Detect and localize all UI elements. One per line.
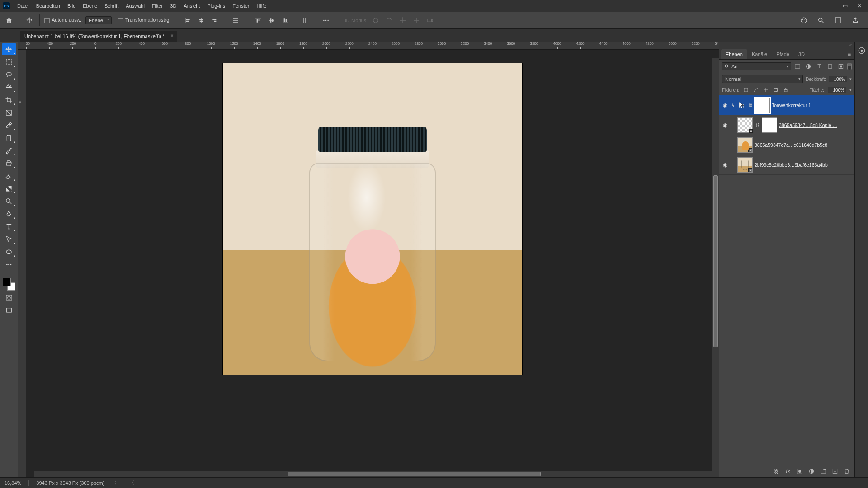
menu-plugins[interactable]: Plug-ins xyxy=(203,1,229,10)
align-right-icon[interactable] xyxy=(209,15,220,26)
path-select-tool[interactable] xyxy=(2,233,16,245)
visibility-toggle[interactable]: ◉ xyxy=(721,102,729,108)
layer-name[interactable]: 3865a59347e7a…c611646d7b5c8 xyxy=(755,142,853,148)
collapse-panels-icon[interactable]: » xyxy=(849,42,852,47)
frame-tool[interactable] xyxy=(2,107,16,118)
menu-datei[interactable]: Datei xyxy=(14,1,33,10)
pen-tool[interactable] xyxy=(2,208,16,220)
menu-bearbeiten[interactable]: Bearbeiten xyxy=(33,1,64,10)
menu-schrift[interactable]: Schrift xyxy=(101,1,122,10)
chevron-right-icon[interactable]: 〉 xyxy=(114,479,119,486)
menu-bild[interactable]: Bild xyxy=(64,1,79,10)
menu-3d[interactable]: 3D xyxy=(166,1,180,10)
new-layer-icon[interactable] xyxy=(832,468,838,474)
menu-auswahl[interactable]: Auswahl xyxy=(122,1,148,10)
layer-thumb[interactable]: ▣ xyxy=(737,137,753,153)
clone-stamp-tool[interactable] xyxy=(2,157,16,169)
dodge-tool[interactable] xyxy=(2,195,16,207)
arrange-docs-icon[interactable] xyxy=(833,15,844,26)
menu-ebene[interactable]: Ebene xyxy=(79,1,101,10)
align-bottom-icon[interactable] xyxy=(280,15,291,26)
shape-tool[interactable] xyxy=(2,246,16,258)
move-tool-icon[interactable] xyxy=(24,15,35,26)
tab-pfade[interactable]: Pfade xyxy=(772,49,794,59)
auto-select-checkbox[interactable]: Autom. ausw.: xyxy=(44,17,83,23)
layer-name[interactable]: Tonwertkorrektur 1 xyxy=(772,103,853,108)
quick-mask-icon[interactable] xyxy=(2,292,16,303)
opacity-field[interactable]: 100% xyxy=(829,76,847,82)
fill-field[interactable]: 100% xyxy=(828,87,846,93)
layer-name[interactable]: 3865a59347…5c8 Kopie … xyxy=(779,122,853,128)
zoom-level[interactable]: 16,84% xyxy=(5,480,21,486)
search-icon[interactable] xyxy=(816,15,826,26)
healing-brush-tool[interactable] xyxy=(2,132,16,144)
menu-ansicht[interactable]: Ansicht xyxy=(180,1,203,10)
chevron-down-icon[interactable]: ▾ xyxy=(849,77,852,81)
ruler-horizontal[interactable]: -600-400-2000200400600800100012001400160… xyxy=(26,42,719,50)
lock-pixels-icon[interactable] xyxy=(753,87,759,93)
layer-fx-icon[interactable]: fx xyxy=(785,468,791,474)
blend-mode-dropdown[interactable]: Normal xyxy=(722,75,803,83)
layer-name[interactable]: 2bf99c5e26bbe6…9baf6e163a4bb xyxy=(755,162,853,168)
menu-fenster[interactable]: Fenster xyxy=(229,1,253,10)
tab-kanaele[interactable]: Kanäle xyxy=(747,49,772,59)
distribute-h-icon[interactable] xyxy=(230,15,241,26)
layer-row[interactable]: ◉ ↳ ⛓ Tonwertkorrektur 1 xyxy=(719,95,854,115)
ruler-origin[interactable] xyxy=(18,42,26,50)
filter-shape-icon[interactable] xyxy=(826,63,834,70)
filter-toggle-switch[interactable] xyxy=(847,63,852,70)
transform-controls-checkbox[interactable]: Transformationsstrg. xyxy=(118,17,170,23)
align-hcenter-icon[interactable] xyxy=(196,15,207,26)
edit-toolbar-icon[interactable] xyxy=(2,258,16,270)
close-button[interactable]: ✕ xyxy=(856,3,863,9)
lock-artboard-icon[interactable] xyxy=(773,87,779,93)
menu-filter[interactable]: Filter xyxy=(148,1,166,10)
minimize-button[interactable]: — xyxy=(827,3,834,9)
layer-thumb[interactable]: ▣ xyxy=(737,157,753,173)
gradient-tool[interactable] xyxy=(2,183,16,194)
lasso-tool[interactable] xyxy=(2,69,16,80)
align-left-icon[interactable] xyxy=(182,15,193,26)
tab-3d[interactable]: 3D xyxy=(794,49,809,59)
eyedropper-tool[interactable] xyxy=(2,119,16,131)
horizontal-scrollbar[interactable] xyxy=(34,471,712,477)
layer-mask-icon[interactable] xyxy=(797,468,803,474)
group-icon[interactable] xyxy=(820,468,826,474)
auto-select-dropdown[interactable]: Ebene xyxy=(85,16,112,24)
delete-layer-icon[interactable] xyxy=(844,468,850,474)
chevron-down-icon[interactable]: ▾ xyxy=(849,88,852,92)
brush-tool[interactable] xyxy=(2,145,16,156)
menu-hilfe[interactable]: Hilfe xyxy=(253,1,270,10)
chevron-left-icon[interactable]: 〈 xyxy=(129,479,134,486)
color-swatches[interactable] xyxy=(3,278,15,291)
layer-row[interactable]: ◉ ▣ 3865a59347e7a…c611646d7b5c8 xyxy=(719,135,854,155)
marquee-tool[interactable] xyxy=(2,56,16,68)
vertical-scrollbar[interactable] xyxy=(712,58,719,477)
move-tool[interactable] xyxy=(2,43,16,55)
crop-tool[interactable] xyxy=(2,94,16,106)
close-tab-icon[interactable]: × xyxy=(170,33,174,39)
screen-mode-icon[interactable] xyxy=(2,305,16,316)
type-tool[interactable] xyxy=(2,221,16,232)
adjustment-layer-icon[interactable] xyxy=(808,468,815,474)
home-icon[interactable] xyxy=(4,15,14,26)
color-panel-icon[interactable] xyxy=(857,46,866,55)
doc-info[interactable]: 3943 Px x 3943 Px (300 ppcm) xyxy=(36,480,104,486)
cloud-docs-icon[interactable] xyxy=(798,15,809,26)
layer-mask-thumb[interactable] xyxy=(762,117,777,133)
align-vcenter-icon[interactable] xyxy=(266,15,277,26)
layer-filter-dropdown[interactable]: Art xyxy=(722,62,791,70)
align-top-icon[interactable] xyxy=(253,15,264,26)
layer-mask-thumb[interactable] xyxy=(755,98,770,113)
filter-pixel-icon[interactable] xyxy=(794,63,801,70)
share-icon[interactable] xyxy=(850,15,861,26)
filter-smart-icon[interactable] xyxy=(837,63,844,70)
layer-row[interactable]: ◉ ▣ 2bf99c5e26bbe6…9baf6e163a4bb xyxy=(719,155,854,175)
maximize-button[interactable]: ▭ xyxy=(842,3,848,9)
document-tab[interactable]: Unbenannt-1 bei 16,8% (Tonwertkorrektur … xyxy=(20,31,177,42)
tab-ebenen[interactable]: Ebenen xyxy=(721,49,747,59)
eraser-tool[interactable] xyxy=(2,170,16,182)
visibility-toggle[interactable]: ◉ xyxy=(721,122,729,128)
lock-all-icon[interactable] xyxy=(783,87,789,93)
visibility-toggle[interactable]: ◉ xyxy=(721,162,729,168)
